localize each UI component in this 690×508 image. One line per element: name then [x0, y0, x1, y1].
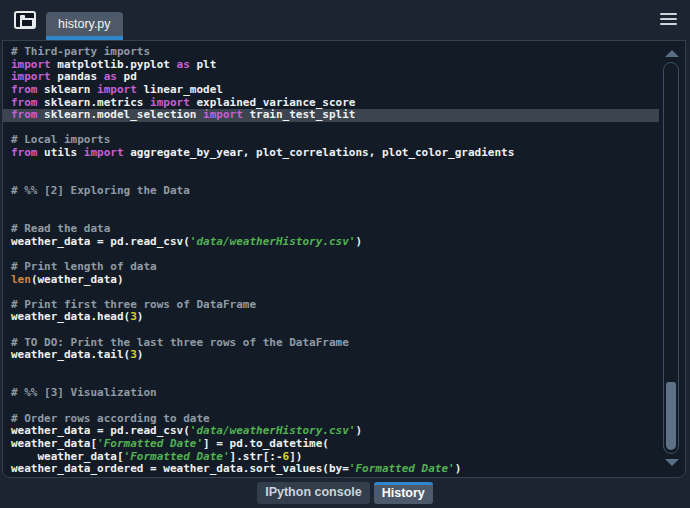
pane-tabs-bar: IPython consoleHistory	[0, 480, 690, 508]
code-line[interactable]	[3, 160, 659, 173]
file-switcher-icon[interactable]	[14, 11, 36, 29]
token-com: # Print first three rows of DataFrame	[11, 298, 256, 311]
token-txt: matplotlib.pyplot	[51, 58, 177, 71]
token-txt: )	[455, 462, 462, 475]
token-txt: ])	[289, 450, 302, 463]
token-bi: len	[11, 273, 31, 286]
token-txt: weather_data[	[11, 437, 97, 450]
tab-ipython-console[interactable]: IPython console	[257, 482, 370, 504]
token-txt: explained_variance_score	[190, 96, 356, 109]
code-editor-panel: # Third-party importsimport matplotlib.p…	[2, 40, 686, 478]
token-kw: from	[11, 96, 38, 109]
token-com: # Print length of data	[11, 260, 157, 273]
token-txt: weather_data = pd.read_csv(	[11, 424, 190, 437]
token-num: 3	[130, 310, 137, 323]
token-kw: import	[97, 83, 137, 96]
hamburger-menu-icon[interactable]	[660, 13, 677, 26]
token-txt: aggregate_by_year, plot_correlations, pl…	[124, 146, 515, 159]
scroll-down-arrow-icon[interactable]	[665, 459, 679, 466]
code-line-highlighted[interactable]: from sklearn.model_selection import trai…	[3, 109, 659, 122]
code-line[interactable]: # %% [2] Exploring the Data	[3, 185, 659, 198]
token-txt: plt	[190, 58, 217, 71]
token-com: # %% [3] Visualization	[11, 386, 157, 399]
scrollbar	[661, 41, 683, 477]
token-txt: utils	[38, 146, 84, 159]
token-txt: ].str[:-	[230, 450, 283, 463]
code-line[interactable]: weather_data_ordered = weather_data.sort…	[3, 463, 659, 476]
token-txt: sklearn.model_selection	[38, 108, 204, 121]
token-com: # %% [2] Exploring the Data	[11, 184, 190, 197]
token-txt: )	[355, 424, 362, 437]
token-txt: train_test_split	[243, 108, 356, 121]
token-kw: from	[11, 108, 38, 121]
token-kw: import	[84, 146, 124, 159]
token-txt: weather_data[	[11, 450, 124, 463]
token-txt: pandas	[51, 70, 104, 83]
history-pane: history.py # Third-party importsimport m…	[0, 0, 690, 508]
token-txt: ] = pd.to_datetime(	[203, 437, 329, 450]
scrollbar-thumb[interactable]	[666, 382, 676, 450]
token-kw: import	[11, 70, 51, 83]
token-kw: as	[104, 70, 117, 83]
token-kw: as	[177, 58, 190, 71]
tab-history[interactable]: History	[374, 482, 433, 504]
token-txt: weather_data = pd.read_csv(	[11, 235, 190, 248]
token-kw: from	[11, 83, 38, 96]
token-com: # Third-party imports	[11, 45, 150, 58]
token-str: 'Formatted Date'	[124, 450, 230, 463]
code-line[interactable]	[3, 198, 659, 211]
token-com: # Local imports	[11, 133, 110, 146]
token-com: # TO DO: Print the last three rows of th…	[11, 336, 349, 349]
code-line[interactable]	[3, 362, 659, 375]
token-txt: weather_data.head(	[11, 310, 130, 323]
token-txt: sklearn	[38, 83, 98, 96]
token-str: 'data/weatherHistory.csv'	[190, 424, 356, 437]
token-txt: weather_data.tail(	[11, 348, 130, 361]
token-str: 'data/weatherHistory.csv'	[190, 235, 356, 248]
token-txt: )	[137, 348, 144, 361]
token-txt: )	[137, 310, 144, 323]
token-kw: import	[11, 58, 51, 71]
token-txt: pd	[117, 70, 137, 83]
code-line[interactable]: weather_data.tail(3)	[3, 349, 659, 362]
token-txt: linear_model	[137, 83, 223, 96]
code-area[interactable]: # Third-party importsimport matplotlib.p…	[3, 46, 659, 476]
token-txt: )	[355, 235, 362, 248]
token-com: # Order rows according to date	[11, 412, 210, 425]
code-line[interactable]: weather_data.head(3)	[3, 311, 659, 324]
folder-glyph	[20, 18, 34, 28]
scrollbar-track[interactable]	[663, 62, 679, 454]
token-txt: (weather_data)	[31, 273, 124, 286]
code-line[interactable]: weather_data = pd.read_csv('data/weather…	[3, 236, 659, 249]
code-line[interactable]: from utils import aggregate_by_year, plo…	[3, 147, 659, 160]
token-num: 3	[130, 348, 137, 361]
tab-history-py[interactable]: history.py	[46, 12, 123, 40]
code-line[interactable]: len(weather_data)	[3, 274, 659, 287]
token-kw: from	[11, 146, 38, 159]
token-kw: import	[150, 96, 190, 109]
code-line[interactable]: # %% [3] Visualization	[3, 387, 659, 400]
scroll-up-arrow-icon[interactable]	[665, 50, 679, 57]
token-txt: sklearn.metrics	[38, 96, 151, 109]
token-str: 'Formatted Date'	[349, 462, 455, 475]
token-txt: weather_data_ordered = weather_data.sort…	[11, 462, 349, 475]
editor-header-bar: history.py	[0, 0, 690, 40]
token-kw: import	[203, 108, 243, 121]
token-str: 'Formatted Date'	[97, 437, 203, 450]
token-com: # Read the data	[11, 222, 110, 235]
